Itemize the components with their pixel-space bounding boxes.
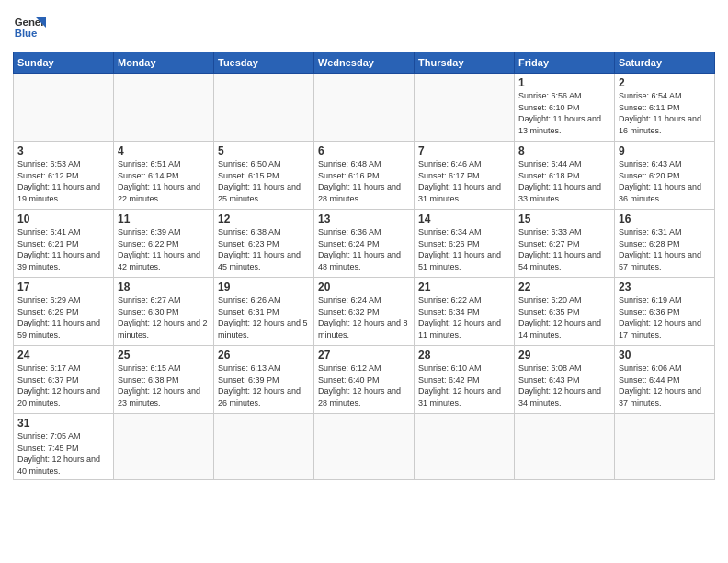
- weekday-header-sunday: Sunday: [14, 52, 114, 74]
- calendar-cell: 26Sunrise: 6:13 AM Sunset: 6:39 PM Dayli…: [214, 346, 314, 414]
- calendar-cell: [415, 414, 515, 480]
- day-info: Sunrise: 6:36 AM Sunset: 6:24 PM Dayligh…: [318, 226, 410, 272]
- calendar-cell: 27Sunrise: 6:12 AM Sunset: 6:40 PM Dayli…: [314, 346, 415, 414]
- day-info: Sunrise: 6:20 AM Sunset: 6:35 PM Dayligh…: [518, 294, 610, 340]
- day-info: Sunrise: 6:46 AM Sunset: 6:17 PM Dayligh…: [418, 158, 510, 204]
- day-number: 24: [17, 349, 109, 362]
- calendar-cell: 30Sunrise: 6:06 AM Sunset: 6:44 PM Dayli…: [615, 346, 715, 414]
- calendar-cell: 31Sunrise: 7:05 AM Sunset: 7:45 PM Dayli…: [14, 414, 114, 480]
- calendar-cell: 17Sunrise: 6:29 AM Sunset: 6:29 PM Dayli…: [14, 278, 114, 346]
- day-number: 15: [518, 213, 610, 225]
- calendar-cell: 9Sunrise: 6:43 AM Sunset: 6:20 PM Daylig…: [615, 142, 715, 210]
- day-info: Sunrise: 6:31 AM Sunset: 6:28 PM Dayligh…: [619, 226, 711, 272]
- day-info: Sunrise: 6:12 AM Sunset: 6:40 PM Dayligh…: [318, 362, 410, 408]
- day-info: Sunrise: 6:54 AM Sunset: 6:11 PM Dayligh…: [619, 90, 711, 136]
- day-info: Sunrise: 6:24 AM Sunset: 6:32 PM Dayligh…: [318, 294, 410, 340]
- calendar-cell: 11Sunrise: 6:39 AM Sunset: 6:22 PM Dayli…: [114, 210, 214, 278]
- day-info: Sunrise: 6:19 AM Sunset: 6:36 PM Dayligh…: [619, 294, 711, 340]
- day-info: Sunrise: 6:27 AM Sunset: 6:30 PM Dayligh…: [118, 294, 210, 340]
- day-number: 8: [518, 144, 610, 157]
- day-info: Sunrise: 6:41 AM Sunset: 6:21 PM Dayligh…: [17, 226, 109, 272]
- day-number: 27: [318, 349, 410, 362]
- calendar-cell: 29Sunrise: 6:08 AM Sunset: 6:43 PM Dayli…: [515, 346, 615, 414]
- calendar-cell: 2Sunrise: 6:54 AM Sunset: 6:11 PM Daylig…: [615, 74, 715, 142]
- calendar-cell: [214, 74, 314, 142]
- calendar-cell: [615, 414, 715, 480]
- week-row-2: 3Sunrise: 6:53 AM Sunset: 6:12 PM Daylig…: [14, 142, 715, 210]
- calendar-cell: [14, 74, 114, 142]
- day-number: 12: [218, 213, 310, 225]
- day-info: Sunrise: 6:13 AM Sunset: 6:39 PM Dayligh…: [218, 362, 310, 408]
- day-number: 5: [218, 144, 310, 157]
- week-row-6: 31Sunrise: 7:05 AM Sunset: 7:45 PM Dayli…: [14, 414, 715, 480]
- calendar-cell: 23Sunrise: 6:19 AM Sunset: 6:36 PM Dayli…: [615, 278, 715, 346]
- calendar-cell: 1Sunrise: 6:56 AM Sunset: 6:10 PM Daylig…: [515, 74, 615, 142]
- day-number: 13: [318, 213, 410, 225]
- day-number: 16: [619, 213, 711, 225]
- day-info: Sunrise: 6:06 AM Sunset: 6:44 PM Dayligh…: [619, 362, 711, 408]
- day-number: 29: [518, 349, 610, 362]
- day-number: 23: [619, 281, 711, 293]
- calendar-cell: 16Sunrise: 6:31 AM Sunset: 6:28 PM Dayli…: [615, 210, 715, 278]
- day-number: 28: [418, 349, 510, 362]
- calendar-cell: 20Sunrise: 6:24 AM Sunset: 6:32 PM Dayli…: [314, 278, 415, 346]
- day-info: Sunrise: 6:22 AM Sunset: 6:34 PM Dayligh…: [418, 294, 510, 340]
- day-info: Sunrise: 6:51 AM Sunset: 6:14 PM Dayligh…: [118, 158, 210, 204]
- weekday-header-saturday: Saturday: [615, 52, 715, 74]
- calendar-cell: [214, 414, 314, 480]
- day-number: 4: [118, 144, 210, 157]
- day-number: 30: [619, 349, 711, 362]
- calendar-page: General Blue SundayMondayTuesdayWednesda…: [0, 0, 728, 563]
- day-number: 14: [418, 213, 510, 225]
- day-info: Sunrise: 6:08 AM Sunset: 6:43 PM Dayligh…: [518, 362, 610, 408]
- weekday-row: SundayMondayTuesdayWednesdayThursdayFrid…: [14, 52, 715, 74]
- calendar-cell: [114, 414, 214, 480]
- day-number: 11: [118, 213, 210, 225]
- day-info: Sunrise: 6:10 AM Sunset: 6:42 PM Dayligh…: [418, 362, 510, 408]
- calendar-cell: 15Sunrise: 6:33 AM Sunset: 6:27 PM Dayli…: [515, 210, 615, 278]
- day-number: 1: [518, 76, 610, 89]
- calendar-body: 1Sunrise: 6:56 AM Sunset: 6:10 PM Daylig…: [14, 74, 715, 480]
- calendar-cell: [314, 74, 415, 142]
- day-info: Sunrise: 6:50 AM Sunset: 6:15 PM Dayligh…: [218, 158, 310, 204]
- calendar-cell: [114, 74, 214, 142]
- day-number: 7: [418, 144, 510, 157]
- calendar-cell: 14Sunrise: 6:34 AM Sunset: 6:26 PM Dayli…: [415, 210, 515, 278]
- weekday-header-tuesday: Tuesday: [214, 52, 314, 74]
- day-number: 31: [17, 417, 109, 430]
- day-number: 17: [17, 281, 109, 293]
- day-info: Sunrise: 6:17 AM Sunset: 6:37 PM Dayligh…: [17, 362, 109, 408]
- week-row-1: 1Sunrise: 6:56 AM Sunset: 6:10 PM Daylig…: [14, 74, 715, 142]
- day-info: Sunrise: 6:53 AM Sunset: 6:12 PM Dayligh…: [17, 158, 109, 204]
- calendar-cell: 4Sunrise: 6:51 AM Sunset: 6:14 PM Daylig…: [114, 142, 214, 210]
- calendar-cell: 28Sunrise: 6:10 AM Sunset: 6:42 PM Dayli…: [415, 346, 515, 414]
- day-info: Sunrise: 6:43 AM Sunset: 6:20 PM Dayligh…: [619, 158, 711, 204]
- day-number: 2: [619, 76, 711, 89]
- svg-text:Blue: Blue: [15, 28, 38, 39]
- calendar-cell: 6Sunrise: 6:48 AM Sunset: 6:16 PM Daylig…: [314, 142, 415, 210]
- calendar-cell: 24Sunrise: 6:17 AM Sunset: 6:37 PM Dayli…: [14, 346, 114, 414]
- calendar-cell: 7Sunrise: 6:46 AM Sunset: 6:17 PM Daylig…: [415, 142, 515, 210]
- day-number: 19: [218, 281, 310, 293]
- day-number: 25: [118, 349, 210, 362]
- day-info: Sunrise: 6:29 AM Sunset: 6:29 PM Dayligh…: [17, 294, 109, 340]
- calendar-cell: [314, 414, 415, 480]
- day-number: 9: [619, 144, 711, 157]
- calendar-cell: 25Sunrise: 6:15 AM Sunset: 6:38 PM Dayli…: [114, 346, 214, 414]
- day-info: Sunrise: 6:39 AM Sunset: 6:22 PM Dayligh…: [118, 226, 210, 272]
- day-info: Sunrise: 7:05 AM Sunset: 7:45 PM Dayligh…: [17, 431, 109, 477]
- calendar-table: SundayMondayTuesdayWednesdayThursdayFrid…: [13, 52, 715, 480]
- calendar-cell: 3Sunrise: 6:53 AM Sunset: 6:12 PM Daylig…: [14, 142, 114, 210]
- week-row-4: 17Sunrise: 6:29 AM Sunset: 6:29 PM Dayli…: [14, 278, 715, 346]
- day-number: 10: [17, 213, 109, 225]
- day-number: 20: [318, 281, 410, 293]
- day-info: Sunrise: 6:33 AM Sunset: 6:27 PM Dayligh…: [518, 226, 610, 272]
- weekday-header-friday: Friday: [515, 52, 615, 74]
- week-row-3: 10Sunrise: 6:41 AM Sunset: 6:21 PM Dayli…: [14, 210, 715, 278]
- calendar-cell: 5Sunrise: 6:50 AM Sunset: 6:15 PM Daylig…: [214, 142, 314, 210]
- weekday-header-wednesday: Wednesday: [314, 52, 415, 74]
- day-info: Sunrise: 6:34 AM Sunset: 6:26 PM Dayligh…: [418, 226, 510, 272]
- day-number: 18: [118, 281, 210, 293]
- day-number: 21: [418, 281, 510, 293]
- calendar-cell: [415, 74, 515, 142]
